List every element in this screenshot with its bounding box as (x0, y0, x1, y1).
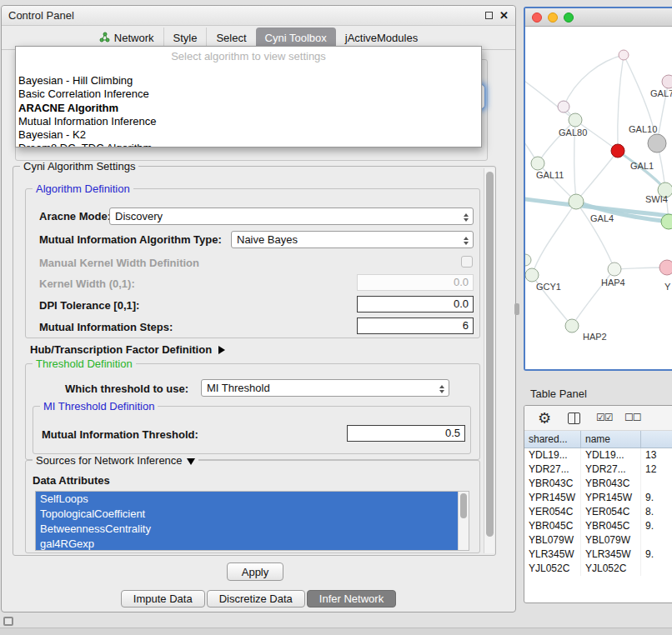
table-row[interactable]: YBR043CYBR043C (524, 477, 672, 491)
cyni-bottom-tabs: Impute Data Discretize Data Infer Networ… (2, 590, 515, 608)
table-cell: YBR045C (524, 519, 581, 533)
deselect-all-rows-icon[interactable]: ☐☐ (624, 412, 641, 423)
hub-definition-section[interactable]: Hub/Transcription Factor Definition (30, 343, 225, 356)
network-node[interactable] (608, 262, 621, 276)
aracne-mode-label: Aracne Mode: (39, 210, 111, 222)
network-tab-icon (99, 32, 110, 45)
network-node[interactable] (569, 194, 584, 209)
network-node[interactable] (659, 260, 672, 275)
table-cell: 13 (641, 448, 672, 462)
table-panel-title: Table Panel (530, 388, 587, 400)
aracne-mode-value: Discovery (115, 210, 163, 222)
table-cell: YDL19... (524, 448, 581, 462)
table-row[interactable]: YBL079WYBL079W (524, 533, 672, 548)
tab-infer-network[interactable]: Infer Network (307, 590, 396, 608)
network-node-label: GAL10 (629, 124, 657, 134)
expand-arrow-icon[interactable] (218, 346, 225, 354)
mi-steps-input[interactable]: 6 (357, 318, 474, 334)
table-header[interactable]: shared... name (524, 431, 672, 448)
hub-definition-label: Hub/Transcription Factor Definition (30, 343, 212, 356)
network-node-label: GAL4 (590, 213, 614, 223)
attributes-scrollbar[interactable] (458, 492, 469, 550)
select-all-rows-icon[interactable]: ☑☑ (596, 412, 613, 423)
table-settings-gear-icon[interactable]: ⚙ (538, 409, 551, 428)
data-attribute-item[interactable]: SelfLoops (36, 492, 458, 507)
network-node[interactable] (531, 157, 544, 170)
table-cell: YPR145W (524, 491, 581, 505)
network-node[interactable] (558, 101, 569, 112)
kernel-width-input[interactable]: 0.0 (357, 274, 474, 291)
cyni-algorithm-settings-group: Cyni Algorithm Settings Algorithm Defini… (13, 166, 496, 556)
which-threshold-select[interactable]: MI Threshold (201, 379, 449, 397)
dpi-tolerance-input[interactable]: 0.0 (357, 296, 474, 312)
table-cell: 9. (641, 519, 672, 533)
table-row[interactable]: YBR045CYBR045C9. (524, 519, 672, 533)
data-attributes-label: Data Attributes (33, 474, 110, 487)
algorithm-option[interactable]: Mutual Information Inference (16, 115, 481, 128)
control-panel-titlebar[interactable]: Control Panel ✕ (2, 6, 515, 26)
network-node-label: GCY1 (536, 282, 561, 292)
column-header-extra[interactable] (641, 431, 672, 448)
network-canvas[interactable]: GAL7GAL80GAL10GAL1GAL11SWI4GAL4GCY1HAP4Y… (525, 27, 672, 369)
zoom-traffic-light-icon[interactable] (564, 12, 574, 22)
aracne-mode-select[interactable]: Discovery (109, 208, 474, 225)
table-body: YDL19...YDL19...13YDR27...YDR27...12YBR0… (524, 448, 672, 576)
table-row[interactable]: YER054CYER054C8. (524, 505, 672, 519)
data-attributes-list[interactable]: SelfLoopsTopologicalCoefficientBetweenne… (35, 491, 469, 551)
sources-group-title[interactable]: Sources for Network Inference (33, 454, 198, 467)
column-visibility-icon[interactable] (568, 412, 580, 424)
network-node[interactable] (611, 144, 624, 158)
algorithm-option[interactable]: ARACNE Algorithm (16, 102, 481, 115)
algorithm-option[interactable]: Dream8 DC_TDC Algorithm (16, 142, 481, 148)
network-node[interactable] (565, 319, 579, 332)
data-attribute-item[interactable]: TopologicalCoefficient (36, 507, 458, 522)
table-row[interactable]: YDL19...YDL19...13 (524, 448, 672, 462)
mi-steps-label: Mutual Information Steps: (39, 321, 173, 333)
collapse-arrow-icon[interactable] (187, 458, 195, 465)
network-view-window: GAL7GAL80GAL10GAL1GAL11SWI4GAL4GCY1HAP4Y… (524, 7, 672, 371)
network-node[interactable] (525, 254, 531, 266)
tab-discretize-data[interactable]: Discretize Data (207, 590, 305, 608)
tab-impute-data[interactable]: Impute Data (121, 590, 205, 608)
control-panel-title: Control Panel (8, 9, 74, 22)
apply-button[interactable]: Apply (227, 562, 283, 581)
table-row[interactable]: YDR27...YDR27...12 (524, 462, 672, 477)
network-node[interactable] (525, 268, 539, 282)
close-window-icon[interactable]: ✕ (499, 10, 509, 21)
mi-threshold-label: Mutual Information Threshold: (42, 428, 198, 441)
algorithm-option[interactable]: Basic Correlation Inference (16, 88, 481, 101)
algorithm-option[interactable]: Bayesian - K2 (16, 128, 481, 142)
mi-algorithm-type-select[interactable]: Naive Bayes (231, 231, 474, 248)
data-attribute-item[interactable]: gal4RGexp (36, 537, 458, 551)
network-node[interactable] (619, 50, 629, 60)
data-attribute-item[interactable]: BetweennessCentrality (36, 522, 458, 537)
stepper-icon (437, 382, 446, 395)
table-row[interactable]: YJL052CYJL052C (524, 562, 672, 576)
column-header-shared-name[interactable]: shared... (524, 431, 581, 448)
network-node[interactable] (662, 75, 672, 88)
settings-scrollbar[interactable] (484, 168, 494, 553)
network-window-titlebar[interactable] (525, 8, 672, 27)
table-cell: YBL079W (581, 533, 641, 548)
panel-splitter-handle[interactable] (514, 303, 519, 315)
table-cell: YDR27... (581, 462, 641, 477)
minimized-panel-icon[interactable] (3, 617, 13, 626)
algorithm-definition-title: Algorithm Definition (33, 182, 133, 195)
float-window-icon[interactable] (485, 12, 493, 19)
network-node[interactable] (569, 113, 582, 127)
close-traffic-light-icon[interactable] (532, 12, 542, 22)
mi-algorithm-type-label: Mutual Information Algorithm Type: (39, 233, 222, 246)
network-node[interactable] (661, 214, 672, 229)
table-row[interactable]: YPR145WYPR145W9. (524, 491, 672, 505)
table-row[interactable]: YLR345WYLR345W9. (524, 548, 672, 562)
settings-group-title: Cyni Algorithm Settings (20, 160, 138, 172)
mi-threshold-input[interactable]: 0.5 (347, 425, 465, 442)
table-cell: YLR345W (581, 548, 641, 562)
algorithm-dropdown-placeholder: Select algorithm to view settings (16, 50, 481, 64)
column-header-name[interactable]: name (581, 431, 641, 448)
manual-kernel-width-checkbox[interactable] (461, 256, 473, 268)
minimize-traffic-light-icon[interactable] (548, 12, 558, 22)
algorithm-option[interactable]: Bayesian - Hill Climbing (16, 74, 481, 88)
network-node[interactable] (648, 134, 666, 152)
network-node-label: GAL11 (536, 170, 564, 180)
